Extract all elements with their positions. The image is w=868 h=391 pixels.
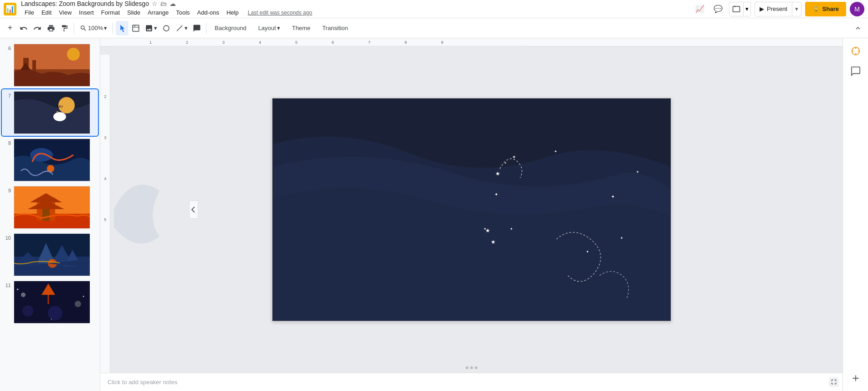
svg-text:✦: ✦: [636, 170, 639, 174]
ruler-vertical: 2 3 4 5: [100, 55, 110, 373]
ruler-horizontal: 1 2 3 4 5 6 7 8 9: [100, 38, 842, 46]
svg-text:2: 2: [186, 40, 188, 45]
slideshow-icon-btn[interactable]: [729, 5, 743, 13]
add-icon[interactable]: [847, 369, 865, 387]
fullscreen-button[interactable]: [829, 377, 839, 388]
paint-format-button[interactable]: [58, 21, 71, 36]
svg-text:6: 6: [332, 40, 334, 45]
svg-text:7: 7: [368, 40, 370, 45]
star-icon[interactable]: ☆: [152, 0, 158, 7]
main-area: 6 7: [0, 38, 868, 391]
explore-icon[interactable]: [847, 42, 865, 60]
slide-number-8: 8: [4, 140, 11, 146]
shape-tool[interactable]: [160, 21, 173, 36]
menu-file[interactable]: File: [21, 7, 38, 18]
line-tool[interactable]: ▾: [174, 21, 190, 36]
svg-text:✦: ✦: [554, 150, 557, 154]
menu-edit[interactable]: Edit: [38, 7, 55, 18]
zoom-button[interactable]: 100% ▾: [77, 21, 110, 36]
document-title[interactable]: Landscapes: Zoom Backgrounds by Slidesgo: [21, 0, 149, 7]
svg-text:★: ★: [16, 288, 19, 291]
redo-button[interactable]: [31, 21, 44, 36]
menu-tools[interactable]: Tools: [172, 7, 193, 18]
menu-arrange[interactable]: Arrange: [144, 7, 172, 18]
slide-thumb-11[interactable]: 11 ★ ★ ✦: [2, 279, 98, 325]
divider-2: [113, 23, 113, 34]
svg-text:★: ★: [490, 239, 495, 245]
image-tool[interactable]: ▾: [143, 21, 159, 36]
svg-text:3: 3: [104, 135, 106, 140]
slides-panel: 6 7: [0, 38, 100, 391]
menu-help[interactable]: Help: [223, 7, 242, 18]
layout-button[interactable]: Layout ▾: [253, 23, 286, 33]
user-avatar[interactable]: M: [850, 2, 864, 16]
slide-thumb-7[interactable]: 7 UU: [2, 89, 98, 136]
svg-point-5: [164, 26, 169, 31]
toolbar: + 100% ▾ ▾ ▾ Background Layout ▾: [0, 18, 868, 38]
background-button[interactable]: Background: [209, 23, 252, 33]
svg-text:5: 5: [295, 40, 298, 45]
svg-point-30: [48, 306, 62, 320]
select-tool[interactable]: [116, 21, 128, 36]
slideshow-dropdown[interactable]: ▾: [744, 5, 750, 12]
svg-text:✦: ✦: [512, 154, 515, 159]
share-button[interactable]: 🔒 🔒 Share Share: [805, 2, 846, 16]
svg-text:3: 3: [222, 40, 225, 45]
notes-placeholder: Click to add speaker notes: [108, 379, 177, 386]
slide-resize-handle[interactable]: [466, 366, 478, 369]
canvas-area: 1 2 3 4 5 6 7 8 9: [100, 38, 842, 391]
slide-thumb-6[interactable]: 6: [2, 42, 98, 88]
menu-format[interactable]: Format: [98, 7, 123, 18]
app-icon[interactable]: 📊: [4, 3, 16, 15]
present-button-area: ▶ Present ▾: [755, 2, 801, 16]
slide-thumb-10[interactable]: 10: [2, 232, 98, 278]
svg-text:✦: ✦: [611, 194, 614, 199]
slide-thumb-8[interactable]: 8: [2, 137, 98, 183]
undo-button[interactable]: [17, 21, 30, 36]
svg-text:5: 5: [104, 217, 106, 222]
divider-3: [206, 23, 206, 34]
title-bar: 📊 Landscapes: Zoom Backgrounds by Slides…: [0, 0, 868, 18]
menu-view[interactable]: View: [55, 7, 75, 18]
slide-canvas-wrapper[interactable]: ★ ✦ ✦ ✦ ✦ ✦ ★ ✦ ✦ ✦ ★ ✦: [100, 46, 842, 373]
slide-preview-8: [14, 139, 90, 181]
theme-button[interactable]: Theme: [287, 23, 316, 33]
svg-text:✦: ✦: [483, 227, 486, 231]
svg-line-6: [177, 26, 182, 31]
menu-insert[interactable]: Insert: [75, 7, 98, 18]
frame-tool[interactable]: [129, 21, 142, 36]
menu-addons[interactable]: Add-ons: [194, 7, 223, 18]
print-button[interactable]: [45, 21, 57, 36]
folder-icon[interactable]: 🗁: [160, 0, 167, 7]
notes-area[interactable]: Click to add speaker notes: [100, 373, 842, 391]
slide-canvas[interactable]: ★ ✦ ✦ ✦ ✦ ✦ ★ ✦ ✦ ✦ ★ ✦: [272, 98, 671, 321]
slide-number-10: 10: [4, 235, 11, 241]
right-panel: [842, 38, 868, 391]
chat-icon[interactable]: [847, 62, 865, 80]
svg-point-32: [21, 293, 26, 297]
svg-text:4: 4: [104, 176, 106, 181]
svg-point-29: [22, 305, 33, 316]
collapse-toolbar-button[interactable]: [852, 21, 864, 36]
svg-text:9: 9: [441, 40, 443, 45]
transition-button[interactable]: Transition: [317, 23, 354, 33]
lock-icon: 🔒: [812, 5, 820, 12]
present-dropdown[interactable]: ▾: [792, 5, 801, 12]
svg-text:✦: ✦: [494, 192, 498, 197]
slide-preview-9: [14, 186, 90, 229]
comments-icon[interactable]: 💬: [711, 2, 725, 16]
present-button[interactable]: ▶ Present: [755, 5, 792, 12]
svg-text:✦: ✦: [586, 250, 589, 254]
menu-slide[interactable]: Slide: [123, 7, 144, 18]
add-button[interactable]: +: [4, 21, 16, 36]
svg-rect-37: [113, 38, 523, 46]
slide-thumb-9[interactable]: 9: [2, 184, 98, 231]
collapse-sidebar-button[interactable]: [189, 201, 198, 219]
slide-preview-10: [14, 233, 90, 276]
cloud-icon[interactable]: ☁: [169, 0, 176, 7]
slide-number-9: 9: [4, 188, 11, 193]
analytics-icon[interactable]: 📈: [693, 2, 707, 16]
svg-rect-0: [733, 6, 740, 12]
comment-tool[interactable]: [190, 21, 203, 36]
save-status: Last edit was seconds ago: [248, 10, 312, 16]
